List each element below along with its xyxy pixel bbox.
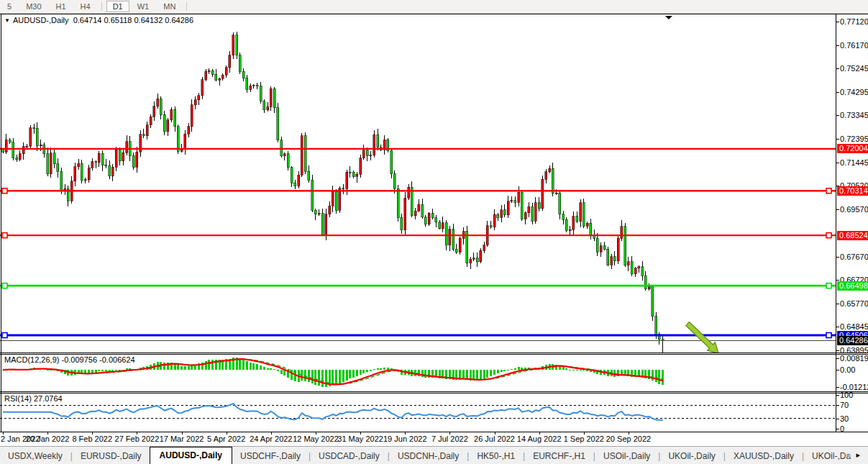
candlestick — [163, 114, 165, 132]
line-handle[interactable] — [2, 333, 7, 338]
line-handle[interactable] — [2, 233, 7, 238]
date-axis-label: 20 Jan 2022 — [22, 435, 73, 443]
tab-audusd-daily[interactable]: AUDUSD-,Daily — [150, 447, 232, 464]
candlestick — [160, 99, 162, 114]
line-handle[interactable] — [826, 188, 831, 194]
rsi-axis-tick — [836, 429, 839, 429]
candlestick — [596, 238, 598, 252]
macd-bar — [501, 370, 503, 372]
candlestick — [603, 246, 606, 249]
price-axis-label: 0.67670 — [840, 253, 868, 261]
candlestick — [9, 140, 11, 142]
macd-axis-label: 0.00 — [840, 365, 855, 374]
tab-xauusd-daily[interactable]: XAUUSD-,Daily — [726, 448, 802, 464]
horizontal-line-0.68524[interactable] — [0, 233, 836, 238]
line-handle[interactable] — [826, 333, 831, 338]
tab-hk50-h1[interactable]: HK50-,H1 — [469, 448, 523, 464]
candlestick — [607, 249, 609, 265]
candlestick — [53, 153, 55, 164]
tab-usoil-daily[interactable]: USOil-,Daily — [595, 448, 658, 464]
tab-ukoil-daily[interactable]: UKOil-,Daily — [660, 448, 723, 464]
macd-rsi-splitter[interactable] — [0, 391, 868, 392]
price-axis-label: 0.69570 — [840, 205, 868, 214]
candlestick — [26, 146, 28, 147]
macd-bar — [349, 370, 351, 378]
macd-bar — [211, 360, 214, 370]
candlestick — [283, 154, 285, 156]
date-axis-label: 17 Mar 2022 — [157, 435, 207, 443]
candlestick — [150, 117, 152, 125]
line-handle[interactable] — [2, 283, 7, 288]
down-arrow-annotation[interactable] — [686, 322, 718, 352]
line-handle[interactable] — [2, 188, 7, 194]
candlestick — [5, 140, 7, 152]
timeframe-button-5[interactable]: 5 — [1, 1, 18, 12]
timeframe-button-h4[interactable]: H4 — [74, 1, 97, 12]
tab-eurusd-daily[interactable]: EURUSD-,Daily — [73, 448, 150, 464]
price-chart-canvas[interactable] — [0, 14, 836, 352]
price-axis-tick — [836, 22, 839, 22]
candlestick — [401, 217, 403, 230]
candlestick — [627, 262, 629, 265]
horizontal-line-0.66498[interactable] — [0, 283, 836, 288]
macd-bar — [383, 368, 385, 370]
line-handle[interactable] — [826, 233, 831, 238]
chart-dropdown-icon[interactable]: ▼ — [4, 17, 10, 24]
macd-bar — [335, 370, 337, 385]
macd-axis-tick — [836, 387, 839, 388]
candlestick — [60, 171, 63, 190]
tab-usdchf-daily[interactable]: USDCHF-,Daily — [232, 448, 309, 464]
candlestick — [617, 238, 619, 260]
tab-scroll-right-icon[interactable]: ▸ — [856, 450, 866, 459]
chart-shift-marker-icon[interactable] — [665, 16, 672, 19]
candlestick — [638, 267, 640, 268]
timeframe-button-m30[interactable]: M30 — [19, 1, 47, 12]
rsi-bottom-border — [0, 432, 868, 432]
tab-usdcad-daily[interactable]: USDCAD-,Daily — [311, 448, 388, 464]
timeframe-button-d1[interactable]: D1 — [106, 1, 129, 12]
candlestick — [507, 201, 509, 215]
tab-usdcnh-daily[interactable]: USDCNH-,Daily — [390, 448, 467, 464]
macd-bar — [497, 370, 499, 373]
candlestick — [370, 155, 372, 156]
candlestick — [449, 229, 451, 245]
macd-bar — [191, 365, 193, 370]
macd-bar — [366, 370, 368, 372]
chart-top-border — [0, 14, 868, 14]
line-handle[interactable] — [826, 283, 831, 288]
candlestick — [514, 201, 516, 203]
candlestick — [472, 258, 475, 259]
rsi-line — [3, 404, 663, 420]
candlestick — [142, 135, 145, 136]
price-axis-tick — [836, 115, 839, 116]
candlestick — [346, 172, 348, 188]
candlestick — [78, 163, 80, 167]
price-level-box: 0.68524 — [837, 231, 868, 240]
tab-scroll-left-icon[interactable]: ◂ — [846, 450, 856, 459]
horizontal-line-0.64506[interactable] — [0, 333, 836, 338]
chart-macd-splitter[interactable] — [0, 352, 868, 353]
tab-eurchf-h1[interactable]: EURCHF-,H1 — [525, 448, 593, 464]
horizontal-line-0.70314[interactable] — [0, 188, 836, 194]
tab-usdx-weekly[interactable]: USDX,Weekly — [0, 448, 70, 464]
candlestick — [565, 219, 567, 230]
macd-bar — [514, 368, 516, 370]
timeframe-button-w1[interactable]: W1 — [131, 1, 156, 12]
candlestick — [98, 153, 100, 163]
candlestick — [122, 153, 124, 160]
macd-bar — [576, 370, 578, 370]
candlestick — [16, 158, 18, 159]
candlestick — [191, 105, 193, 127]
timeframe-button-h1[interactable]: H1 — [50, 1, 73, 12]
macd-bar — [572, 370, 575, 370]
candlestick — [88, 168, 90, 180]
candlestick — [356, 174, 358, 176]
candlestick — [542, 179, 544, 208]
candlestick — [545, 172, 547, 179]
timeframe-button-mn[interactable]: MN — [157, 1, 182, 12]
candlestick — [198, 96, 200, 100]
symbol-tabbar: USDX,Weekly|EURUSD-,DailyAUDUSD-,DailyUS… — [0, 446, 868, 464]
candlestick — [304, 136, 306, 171]
rsi-panel-canvas[interactable] — [0, 392, 836, 432]
macd-bar — [362, 370, 365, 373]
